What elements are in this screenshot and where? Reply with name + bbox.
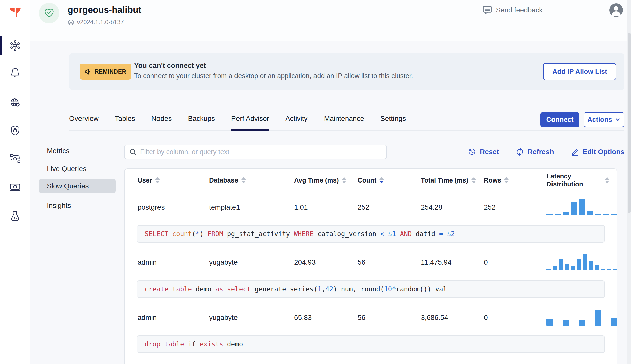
histogram-bar	[563, 320, 569, 326]
table-row[interactable]: adminyugabyte65.83563,686.540	[125, 302, 617, 333]
subnav-item-insights[interactable]: Insights	[39, 199, 116, 213]
sql-token	[161, 340, 165, 348]
sort-icon	[155, 177, 160, 183]
integrations-flow-icon[interactable]	[9, 152, 21, 165]
clusters-icon[interactable]	[9, 39, 21, 52]
actions-dropdown[interactable]: Actions	[584, 112, 624, 127]
histogram-bar	[607, 269, 611, 270]
billing-money-icon[interactable]	[9, 181, 21, 193]
sql-token: demo	[192, 285, 215, 293]
cell-database: template1	[209, 203, 294, 211]
subnav-item-metrics[interactable]: Metrics	[39, 144, 116, 158]
sql-token: count	[172, 230, 192, 238]
tab-nodes[interactable]: Nodes	[151, 112, 172, 131]
cluster-header: gorgeous-halibut v2024.1.1.0-b137 Send f…	[30, 0, 631, 41]
histogram-bar	[587, 211, 593, 215]
tab-perf-advisor[interactable]: Perf Advisor	[231, 112, 269, 131]
query-sql: create table demo as select generate_ser…	[137, 280, 605, 298]
reset-button[interactable]: Reset	[467, 147, 499, 156]
edit-pencil-icon	[571, 147, 580, 156]
sql-token: 10	[384, 285, 392, 293]
histogram-bar	[589, 261, 593, 270]
tab-maintenance[interactable]: Maintenance	[324, 112, 364, 131]
tab-overview[interactable]: Overview	[69, 112, 99, 131]
column-header-total-time-ms[interactable]: Total Time (ms)	[421, 176, 484, 184]
histogram-bar	[577, 259, 581, 270]
filter-input[interactable]	[140, 145, 386, 159]
scrollbar-thumb[interactable]	[628, 33, 631, 213]
sql-token: AND	[400, 230, 412, 238]
feedback-bubble-icon	[482, 5, 492, 15]
sql-token: catalog_version	[313, 230, 380, 238]
user-avatar[interactable]	[609, 3, 623, 17]
table-controls: Reset Refresh Edit Options	[467, 145, 624, 159]
column-header-count[interactable]: Count	[358, 176, 421, 184]
table-row[interactable]: postgrestemplate11.01252254.28252	[125, 192, 617, 223]
sql-token: =	[439, 230, 443, 238]
heart-check-icon	[43, 7, 55, 19]
tab-settings[interactable]: Settings	[380, 112, 406, 131]
sort-icon	[605, 177, 609, 183]
sql-token: *	[392, 285, 396, 293]
refresh-icon	[515, 147, 524, 156]
histogram-bar	[546, 319, 553, 326]
labs-flask-icon[interactable]	[9, 210, 21, 222]
alerts-bell-icon[interactable]	[9, 66, 21, 79]
banner-body: To connect to your cluster from a deskto…	[134, 72, 413, 80]
subnav-item-slow-queries[interactable]: Slow Queries	[39, 179, 116, 193]
page-scrollbar[interactable]	[627, 0, 631, 364]
histogram-bar	[611, 318, 617, 326]
histogram-bar	[546, 269, 551, 270]
column-header-latency-distribution[interactable]: Latency Distribution	[546, 172, 609, 188]
cluster-version: v2024.1.1.0-b137	[68, 19, 124, 26]
histogram-bar	[613, 269, 617, 270]
connect-button[interactable]: Connect	[540, 112, 579, 127]
column-label: Total Time (ms)	[421, 176, 468, 184]
column-header-user[interactable]: User	[138, 176, 209, 184]
add-ip-allow-list-button[interactable]: Add IP Allow List	[543, 63, 616, 80]
cell-rows: 0	[484, 258, 546, 266]
cell-avg-time: 1.01	[294, 203, 358, 211]
cell-count: 252	[358, 203, 421, 211]
sql-token	[168, 285, 172, 293]
sql-token: SELECT	[145, 230, 168, 238]
cell-count: 56	[358, 314, 421, 322]
query-sql: SELECT count(*) FROM pg_stat_activity WH…	[137, 225, 605, 243]
security-shield-icon[interactable]	[9, 124, 21, 137]
send-feedback-button[interactable]: Send feedback	[482, 5, 543, 15]
column-label: Count	[358, 176, 376, 184]
sql-token: drop	[145, 340, 161, 348]
reminder-banner: REMINDER You can't connect yet To connec…	[69, 53, 624, 90]
subnav-item-live-queries[interactable]: Live Queries	[39, 162, 116, 176]
sql-token: 1	[318, 285, 322, 293]
cell-total-time: 3,686.54	[421, 314, 484, 322]
cell-user: admin	[138, 258, 209, 266]
sql-token: table	[164, 340, 184, 348]
tab-activity[interactable]: Activity	[285, 112, 308, 131]
table-header-row: UserDatabaseAvg Time (ms)CountTotal Time…	[125, 169, 617, 192]
column-header-database[interactable]: Database	[209, 176, 294, 184]
tab-backups[interactable]: Backups	[188, 112, 215, 131]
sql-token	[168, 230, 172, 238]
sql-token: *	[196, 230, 200, 238]
tab-tables[interactable]: Tables	[115, 112, 135, 131]
edit-options-button[interactable]: Edit Options	[571, 147, 624, 156]
column-header-avg-time-ms[interactable]: Avg Time (ms)	[294, 176, 358, 184]
column-header-rows[interactable]: Rows	[484, 176, 546, 184]
sql-token	[396, 230, 400, 238]
histogram-bar	[559, 259, 563, 270]
column-label: Avg Time (ms)	[294, 176, 339, 184]
sql-token: ,	[321, 285, 325, 293]
sql-token: datid	[412, 230, 439, 238]
megaphone-icon	[85, 68, 92, 75]
table-row[interactable]: adminyugabyte204.935611,475.940	[125, 247, 617, 278]
sql-token: WHERE	[294, 230, 313, 238]
sql-token: 42	[325, 285, 333, 293]
yugabyte-logo[interactable]	[9, 7, 21, 19]
histogram-bar	[595, 265, 599, 270]
network-globe-icon[interactable]	[9, 97, 21, 109]
sql-token: pg_stat_activity	[223, 230, 294, 238]
refresh-button[interactable]: Refresh	[515, 147, 554, 156]
sql-token: as	[215, 285, 223, 293]
histogram-bar	[579, 320, 585, 326]
